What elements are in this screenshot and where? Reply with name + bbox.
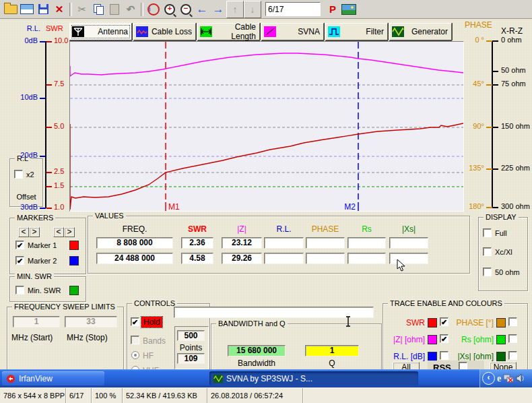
nav-button-cable-loss[interactable]: Cable Loss — [133, 23, 196, 40]
rl-x2-checkbox[interactable] — [14, 170, 23, 179]
marker2-label: Marker 2 — [28, 257, 57, 265]
display-xcxl-checkbox[interactable] — [483, 247, 492, 256]
svna-icon — [264, 26, 276, 37]
values-title: VALUES — [93, 212, 126, 220]
values-row1-rl[interactable] — [264, 237, 304, 249]
marker1-checkbox[interactable]: ✔ — [15, 241, 24, 249]
marker2-left-button[interactable]: < — [53, 227, 64, 237]
values-row2-z[interactable]: 29.26 — [222, 253, 262, 264]
info-icon[interactable]: i — [145, 1, 162, 18]
traces-group: TRACE ENABLE AND COLOURS SWR ✔ PHASE [°]… — [383, 303, 528, 370]
first-image-icon[interactable]: ↑ — [226, 1, 244, 18]
right-ohm-tick — [492, 207, 498, 208]
right-deg-label: 180° — [455, 202, 484, 210]
nav-button-svna[interactable]: SVNA — [261, 23, 324, 40]
values-row2-xs[interactable] — [389, 253, 428, 264]
trace-rs-swatch[interactable] — [496, 335, 506, 344]
trace-phase-checkbox[interactable] — [508, 317, 517, 326]
nav-button-antenna[interactable]: Antenna — [69, 23, 132, 40]
paste-icon[interactable] — [106, 1, 123, 18]
tray-volume-icon[interactable] — [516, 373, 526, 383]
taskbar-button-svna[interactable]: SVNA by SP3SWJ - S... — [209, 371, 418, 385]
values-row2-rl[interactable] — [264, 253, 304, 264]
trace-rl-checkbox[interactable] — [440, 351, 448, 360]
samples-value[interactable]: 109 — [177, 353, 205, 364]
command-input[interactable] — [174, 307, 374, 318]
trace-swr-checkbox[interactable]: ✔ — [440, 317, 448, 326]
save-icon[interactable] — [35, 1, 51, 18]
trace-rs-checkbox[interactable] — [508, 334, 517, 343]
values-row1-rs[interactable] — [347, 237, 386, 249]
trace-z-swatch[interactable] — [428, 335, 437, 344]
nav-button-generator[interactable]: Generator — [389, 23, 452, 40]
marker1-left-button[interactable]: < — [18, 227, 29, 237]
display-50ohm-checkbox[interactable] — [483, 268, 492, 276]
points-value[interactable]: 500 — [177, 330, 205, 341]
freq-limits-title: FREQUENCY SWEEP LIMITS — [12, 303, 117, 311]
freq-start-input[interactable]: 1 — [13, 316, 60, 328]
nav-button-label: Cable Length — [212, 22, 259, 41]
trace-swr-swatch[interactable] — [428, 318, 437, 328]
taskbar: IrfanView SVNA by SP3SWJ - S... ‹ e — [0, 369, 532, 388]
thumbnails-icon[interactable] — [341, 1, 357, 18]
values-row2-rs[interactable] — [347, 253, 386, 264]
nav-button-filter[interactable]: Filter — [325, 23, 388, 40]
values-header-rl: R.L. — [264, 224, 304, 234]
marker1-color-swatch[interactable] — [69, 241, 79, 250]
trace-xs-checkbox[interactable] — [508, 351, 517, 360]
display-full-checkbox[interactable] — [483, 228, 492, 237]
trace-z-checkbox[interactable]: ✔ — [440, 334, 448, 343]
min-swr-checkbox[interactable] — [15, 286, 24, 294]
hold-checkbox[interactable]: ✔ — [131, 317, 139, 326]
zoom-out-icon[interactable]: − — [178, 1, 194, 18]
values-row2-freq[interactable]: 24 488 000 — [96, 253, 173, 264]
bands-checkbox[interactable] — [131, 336, 139, 344]
tray-e-icon[interactable]: e — [497, 373, 501, 384]
nav-button-cable-length[interactable]: Cable Length — [197, 23, 260, 40]
toolbar-separator — [69, 3, 72, 16]
values-row1-freq[interactable]: 8 808 000 — [96, 237, 173, 249]
sweep-chart[interactable]: M1M2 — [69, 41, 464, 212]
values-row1-phase[interactable] — [306, 237, 345, 249]
marker1-label: Marker 1 — [28, 241, 57, 249]
taskbar-button-irfanview[interactable]: IrfanView — [2, 371, 104, 385]
trace-xs-label: |Xs| [ohm] — [449, 352, 494, 361]
cut-icon[interactable]: ✂ — [74, 1, 90, 18]
page-indicator-input[interactable] — [265, 2, 321, 16]
min-swr-color-swatch[interactable] — [69, 286, 79, 295]
zoom-in-icon[interactable]: + — [162, 1, 178, 18]
values-row2-swr[interactable]: 4.58 — [181, 253, 213, 264]
right-ohm-tick — [492, 40, 498, 42]
values-row1-z[interactable]: 23.12 — [222, 237, 262, 249]
marker2-right-button[interactable]: > — [64, 227, 75, 237]
open-file-icon[interactable] — [3, 1, 19, 18]
trace-phase-swatch[interactable] — [496, 318, 506, 328]
tray-network-disconnected-icon[interactable] — [503, 373, 514, 383]
right-deg-label: 90° — [455, 122, 484, 130]
values-row1-xs[interactable] — [389, 237, 428, 249]
values-header-z: |Z| — [222, 224, 262, 234]
points-panel: 500 Points 109 — [174, 326, 209, 369]
values-row2-phase[interactable] — [306, 253, 345, 264]
marker2-checkbox[interactable]: ✔ — [15, 256, 24, 265]
slideshow-icon[interactable] — [19, 1, 35, 18]
right-ohm-label: 75 ohm — [501, 80, 526, 88]
hf-radio[interactable] — [131, 351, 139, 359]
marker1-right-button[interactable]: > — [29, 227, 40, 237]
display-50ohm-label: 50 ohm — [495, 268, 520, 276]
undo-icon[interactable]: ↶ — [123, 1, 139, 18]
left-swr-label: 10.0 — [54, 36, 68, 44]
last-image-icon[interactable]: ↓ — [244, 1, 261, 18]
values-row1-swr[interactable]: 2.36 — [181, 237, 213, 249]
print-icon[interactable]: P — [325, 1, 341, 18]
trace-rl-swatch[interactable] — [428, 352, 437, 361]
marker2-color-swatch[interactable] — [69, 256, 79, 266]
copy-icon[interactable] — [90, 1, 106, 18]
nav-button-label: Cable Loss — [148, 27, 195, 36]
next-image-icon[interactable]: → — [210, 1, 226, 18]
tray-collapse-chevron-icon[interactable]: ‹ — [482, 372, 495, 385]
prev-image-icon[interactable]: ← — [194, 1, 210, 18]
trace-xs-swatch[interactable] — [496, 352, 506, 361]
delete-icon[interactable]: ✕ — [51, 1, 67, 18]
freq-stop-input[interactable]: 33 — [65, 316, 117, 328]
